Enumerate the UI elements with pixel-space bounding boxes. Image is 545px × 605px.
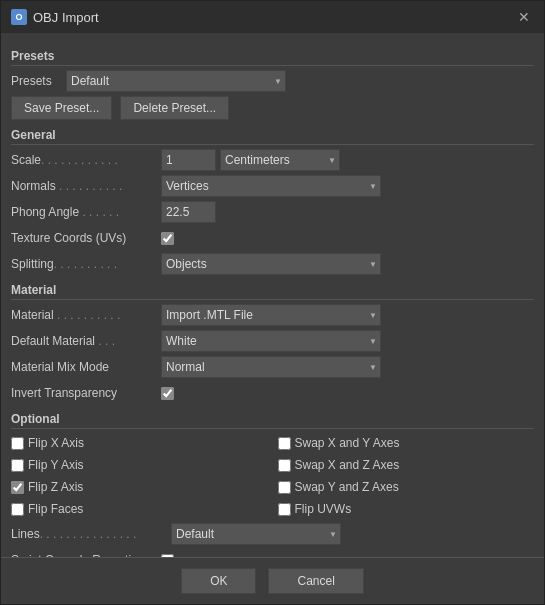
general-section-header: General (11, 128, 534, 145)
phong-angle-input[interactable] (161, 201, 216, 223)
default-material-select-wrapper: White Gray Black (161, 330, 381, 352)
swap-xz-axes-item: Swap X and Z Axes (278, 455, 535, 475)
flip-z-axis-checkbox[interactable] (11, 481, 24, 494)
splitting-row: Splitting. . . . . . . . . . Objects Gro… (11, 253, 534, 275)
material-section-header: Material (11, 283, 534, 300)
swap-xy-axes-item: Swap X and Y Axes (278, 433, 535, 453)
material-mix-mode-select[interactable]: Normal Add Subtract (161, 356, 381, 378)
flip-x-axis-item: Flip X Axis (11, 433, 268, 453)
invert-transparency-row: Invert Transparency (11, 382, 534, 404)
swap-yz-axes-label: Swap Y and Z Axes (295, 480, 399, 494)
flip-x-axis-label: Flip X Axis (28, 436, 84, 450)
flip-faces-checkbox[interactable] (11, 503, 24, 516)
scale-row: Scale. . . . . . . . . . . . Centimeters… (11, 149, 534, 171)
scale-input[interactable] (161, 149, 216, 171)
default-material-select[interactable]: White Gray Black (161, 330, 381, 352)
flip-uvws-label: Flip UVWs (295, 502, 352, 516)
texture-coords-row: Texture Coords (UVs) (11, 227, 534, 249)
lines-label: Lines. . . . . . . . . . . . . . . (11, 527, 171, 541)
save-preset-button[interactable]: Save Preset... (11, 96, 112, 120)
cancel-button[interactable]: Cancel (268, 568, 363, 594)
scale-unit-select[interactable]: Centimeters Meters Millimeters Inches Fe… (220, 149, 340, 171)
flip-x-axis-checkbox[interactable] (11, 437, 24, 450)
material-label: Material . . . . . . . . . . (11, 308, 161, 322)
dialog-body: Presets Presets Default Save Preset... D… (1, 33, 544, 557)
dialog-icon: O (11, 9, 27, 25)
script-console-row: Script Console Reporting (11, 549, 534, 557)
texture-coords-checkbox-wrapper (161, 232, 174, 245)
texture-coords-label: Texture Coords (UVs) (11, 231, 161, 245)
invert-transparency-label: Invert Transparency (11, 386, 161, 400)
presets-label: Presets (11, 74, 66, 88)
scale-label: Scale. . . . . . . . . . . . (11, 153, 161, 167)
obj-import-dialog: O OBJ Import ✕ Presets Presets Default S… (0, 0, 545, 605)
invert-transparency-checkbox-wrapper (161, 387, 174, 400)
swap-yz-axes-item: Swap Y and Z Axes (278, 477, 535, 497)
swap-xz-axes-label: Swap X and Z Axes (295, 458, 400, 472)
flip-y-axis-label: Flip Y Axis (28, 458, 84, 472)
swap-xy-axes-checkbox[interactable] (278, 437, 291, 450)
flip-z-axis-item: Flip Z Axis (11, 477, 268, 497)
material-select-wrapper: Import .MTL File No Materials (161, 304, 381, 326)
delete-preset-button[interactable]: Delete Preset... (120, 96, 229, 120)
material-mix-mode-select-wrapper: Normal Add Subtract (161, 356, 381, 378)
normals-label: Normals . . . . . . . . . . (11, 179, 161, 193)
dialog-title: OBJ Import (33, 10, 514, 25)
preset-buttons-row: Save Preset... Delete Preset... (11, 96, 534, 120)
scale-inputs: Centimeters Meters Millimeters Inches Fe… (161, 149, 340, 171)
invert-transparency-checkbox[interactable] (161, 387, 174, 400)
lines-row: Lines. . . . . . . . . . . . . . . Defau… (11, 523, 534, 545)
presets-section-header: Presets (11, 49, 534, 66)
ok-button[interactable]: OK (181, 568, 256, 594)
splitting-select[interactable]: Objects Groups None (161, 253, 381, 275)
title-bar: O OBJ Import ✕ (1, 1, 544, 33)
flip-y-axis-checkbox[interactable] (11, 459, 24, 472)
normals-select[interactable]: Vertices Weighted Face (161, 175, 381, 197)
splitting-select-wrapper: Objects Groups None (161, 253, 381, 275)
texture-coords-checkbox[interactable] (161, 232, 174, 245)
flip-uvws-checkbox[interactable] (278, 503, 291, 516)
close-button[interactable]: ✕ (514, 7, 534, 27)
flip-uvws-item: Flip UVWs (278, 499, 535, 519)
default-material-label: Default Material . . . (11, 334, 161, 348)
splitting-label: Splitting. . . . . . . . . . (11, 257, 161, 271)
dialog-footer: OK Cancel (1, 557, 544, 604)
material-select[interactable]: Import .MTL File No Materials (161, 304, 381, 326)
scale-unit-wrapper: Centimeters Meters Millimeters Inches Fe… (220, 149, 340, 171)
phong-angle-row: Phong Angle . . . . . . (11, 201, 534, 223)
presets-row: Presets Default (11, 70, 534, 92)
default-material-row: Default Material . . . White Gray Black (11, 330, 534, 352)
presets-select[interactable]: Default (66, 70, 286, 92)
flip-faces-item: Flip Faces (11, 499, 268, 519)
normals-select-wrapper: Vertices Weighted Face (161, 175, 381, 197)
material-mix-mode-label: Material Mix Mode (11, 360, 161, 374)
flip-y-axis-item: Flip Y Axis (11, 455, 268, 475)
optional-grid: Flip X Axis Swap X and Y Axes Flip Y Axi… (11, 433, 534, 519)
lines-select-wrapper: Default None (171, 523, 341, 545)
swap-yz-axes-checkbox[interactable] (278, 481, 291, 494)
swap-xz-axes-checkbox[interactable] (278, 459, 291, 472)
material-row: Material . . . . . . . . . . Import .MTL… (11, 304, 534, 326)
lines-select[interactable]: Default None (171, 523, 341, 545)
optional-section-header: Optional (11, 412, 534, 429)
flip-faces-label: Flip Faces (28, 502, 83, 516)
presets-select-wrapper: Default (66, 70, 286, 92)
flip-z-axis-label: Flip Z Axis (28, 480, 83, 494)
phong-angle-label: Phong Angle . . . . . . (11, 205, 161, 219)
swap-xy-axes-label: Swap X and Y Axes (295, 436, 400, 450)
material-mix-mode-row: Material Mix Mode Normal Add Subtract (11, 356, 534, 378)
normals-row: Normals . . . . . . . . . . Vertices Wei… (11, 175, 534, 197)
